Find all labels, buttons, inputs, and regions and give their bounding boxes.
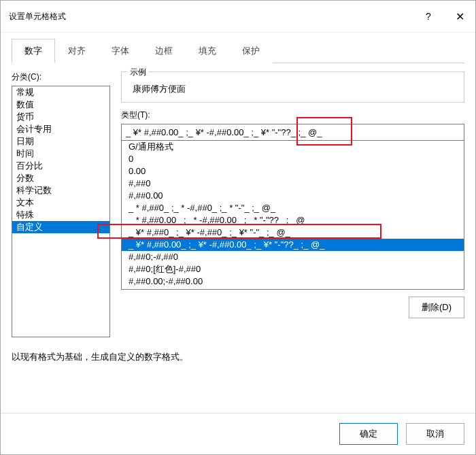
dialog-footer: 确定 取消: [1, 413, 475, 454]
type-item[interactable]: #,##0;[红色]-#,##0: [122, 263, 464, 275]
category-item[interactable]: 数值: [12, 99, 109, 111]
category-item[interactable]: 科学记数: [12, 184, 109, 197]
type-item[interactable]: #,##0.00;-#,##0.00: [122, 275, 464, 288]
category-item[interactable]: 常规: [12, 86, 109, 99]
category-item[interactable]: 自定义: [12, 221, 109, 233]
close-button[interactable]: ✕: [444, 6, 475, 27]
help-button[interactable]: ?: [413, 6, 444, 27]
window-controls: ? ✕: [413, 6, 475, 27]
type-item[interactable]: 0: [122, 153, 464, 165]
category-column: 分类(C): 常规数值货币会计专用日期时间百分比分数科学记数文本特殊自定义: [12, 71, 110, 337]
category-item[interactable]: 日期: [12, 135, 109, 148]
category-list[interactable]: 常规数值货币会计专用日期时间百分比分数科学记数文本特殊自定义: [12, 86, 110, 337]
dialog-content: 数字 对齐 字体 边框 填充 保护 分类(C): 常规数值货币会计专用日期时间百…: [1, 33, 475, 413]
type-item[interactable]: _ ¥* #,##0_ ;_ ¥* -#,##0_ ;_ ¥* "-"_ ;_ …: [122, 226, 464, 239]
category-item[interactable]: 货币: [12, 111, 109, 123]
category-label: 分类(C):: [12, 71, 110, 83]
category-item[interactable]: 文本: [12, 197, 109, 209]
delete-row: 删除(D): [121, 297, 464, 318]
type-list[interactable]: G/通用格式00.00#,##0#,##0.00_ * #,##0_ ;_ * …: [121, 140, 464, 290]
category-item[interactable]: 百分比: [12, 160, 109, 172]
tab-alignment[interactable]: 对齐: [55, 39, 99, 63]
type-area: G/通用格式00.00#,##0#,##0.00_ * #,##0_ ;_ * …: [121, 124, 464, 290]
type-item[interactable]: #,##0: [122, 178, 464, 190]
sample-fieldset: 示例 康师傅方便面: [121, 71, 464, 103]
tab-border[interactable]: 边框: [142, 39, 186, 63]
type-input[interactable]: [121, 124, 464, 141]
type-item[interactable]: 0.00: [122, 165, 464, 178]
type-item[interactable]: _ ¥* #,##0.00_ ;_ ¥* -#,##0.00_ ;_ ¥* "-…: [122, 239, 464, 251]
delete-button[interactable]: 删除(D): [409, 297, 464, 318]
ok-button[interactable]: 确定: [339, 423, 398, 445]
category-item[interactable]: 时间: [12, 148, 109, 160]
hint-text: 以现有格式为基础，生成自定义的数字格式。: [12, 351, 464, 363]
sample-text: 康师傅方便面: [129, 79, 457, 97]
type-item[interactable]: _ * #,##0.00_ ;_ * -#,##0.00_ ;_ * "-"??…: [122, 214, 464, 226]
titlebar: 设置单元格格式 ? ✕: [1, 1, 475, 33]
type-item[interactable]: #,##0;-#,##0: [122, 251, 464, 263]
type-item[interactable]: _ * #,##0_ ;_ * -#,##0_ ;_ * "-"_ ;_ @_: [122, 202, 464, 214]
category-item[interactable]: 会计专用: [12, 123, 109, 135]
cancel-button[interactable]: 取消: [406, 423, 464, 445]
tab-number[interactable]: 数字: [12, 39, 55, 63]
tab-body: 分类(C): 常规数值货币会计专用日期时间百分比分数科学记数文本特殊自定义 示例…: [12, 63, 464, 337]
type-item[interactable]: #,##0.00: [122, 190, 464, 202]
format-cells-dialog: 设置单元格格式 ? ✕ 数字 对齐 字体 边框 填充 保护 分类(C): 常规数…: [0, 0, 476, 455]
tab-bar: 数字 对齐 字体 边框 填充 保护: [12, 38, 464, 63]
format-details: 示例 康师傅方便面 类型(T): G/通用格式00.00#,##0#,##0.0…: [121, 71, 464, 337]
type-label: 类型(T):: [121, 109, 464, 121]
type-item[interactable]: G/通用格式: [122, 141, 464, 153]
tab-fill[interactable]: 填充: [186, 39, 229, 63]
sample-legend: 示例: [127, 67, 149, 78]
dialog-title: 设置单元格格式: [9, 11, 66, 22]
category-item[interactable]: 特殊: [12, 209, 109, 221]
category-item[interactable]: 分数: [12, 172, 109, 184]
tab-font[interactable]: 字体: [99, 39, 142, 63]
tab-protection[interactable]: 保护: [229, 39, 273, 63]
